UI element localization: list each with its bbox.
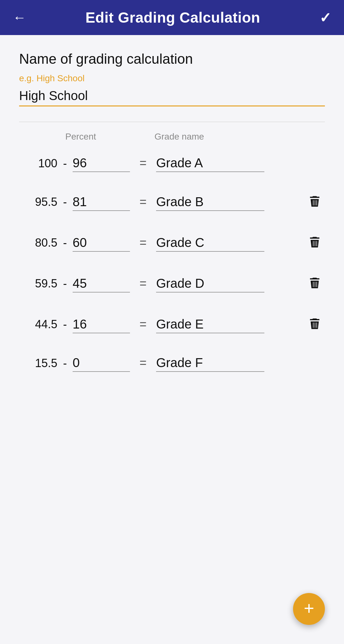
dash-3: - — [63, 277, 67, 290]
col-percent-label: Percent — [65, 132, 135, 142]
main-content: Name of grading calculation e.g. High Sc… — [0, 35, 344, 644]
table-row: 100 - = — [19, 145, 325, 182]
range-from-4: 44.5 — [19, 318, 57, 331]
percent-input-4[interactable] — [73, 316, 130, 333]
table-row: 15.5 - = — [19, 345, 325, 381]
percent-input-2[interactable] — [73, 234, 130, 252]
col-grade-label: Grade name — [154, 132, 204, 142]
percent-input-5[interactable] — [73, 354, 130, 372]
table-header: Percent Grade name — [19, 132, 325, 142]
percent-input-3[interactable] — [73, 275, 130, 293]
delete-button-2[interactable] — [305, 232, 325, 254]
equals-3: = — [140, 277, 147, 291]
dash-5: - — [63, 357, 67, 370]
divider — [19, 122, 325, 122]
table-row: 59.5 - = — [19, 263, 325, 304]
dash-2: - — [63, 236, 67, 250]
table-row: 95.5 - = — [19, 182, 325, 222]
range-from-3: 59.5 — [19, 277, 57, 290]
dash-0: - — [63, 157, 67, 170]
range-from-1: 95.5 — [19, 195, 57, 209]
add-grade-button[interactable]: + — [293, 593, 325, 625]
dash-4: - — [63, 318, 67, 331]
range-from-0: 100 — [19, 157, 57, 170]
equals-0: = — [140, 156, 147, 170]
grade-name-input-1[interactable] — [156, 193, 264, 211]
delete-button-1[interactable] — [305, 191, 325, 213]
back-button[interactable]: ← — [13, 11, 26, 24]
dash-1: - — [63, 195, 67, 209]
page-title: Edit Grading Calculation — [85, 9, 260, 26]
app-header: ← Edit Grading Calculation ✓ — [0, 0, 344, 35]
section-title: Name of grading calculation — [19, 51, 325, 67]
equals-2: = — [140, 236, 147, 250]
grade-name-input-0[interactable] — [156, 155, 264, 172]
equals-1: = — [140, 195, 147, 209]
percent-input-1[interactable] — [73, 193, 130, 211]
grade-name-input-2[interactable] — [156, 234, 264, 252]
table-row: 80.5 - = — [19, 222, 325, 263]
percent-input-0[interactable] — [73, 155, 130, 172]
add-icon: + — [304, 599, 314, 617]
equals-5: = — [140, 356, 147, 370]
delete-button-4[interactable] — [305, 314, 325, 335]
confirm-button[interactable]: ✓ — [319, 10, 331, 26]
grade-name-input-3[interactable] — [156, 275, 264, 293]
input-label: e.g. High School — [19, 73, 325, 83]
calculation-name-input[interactable] — [19, 87, 325, 106]
range-from-5: 15.5 — [19, 357, 57, 370]
range-from-2: 80.5 — [19, 236, 57, 250]
grade-rows-container: 100 - = 95.5 - = 80.5 - = 59.5 - — [19, 145, 325, 381]
equals-4: = — [140, 318, 147, 331]
grade-name-input-4[interactable] — [156, 316, 264, 333]
grade-name-input-5[interactable] — [156, 354, 264, 372]
table-row: 44.5 - = — [19, 304, 325, 345]
delete-button-3[interactable] — [305, 273, 325, 294]
